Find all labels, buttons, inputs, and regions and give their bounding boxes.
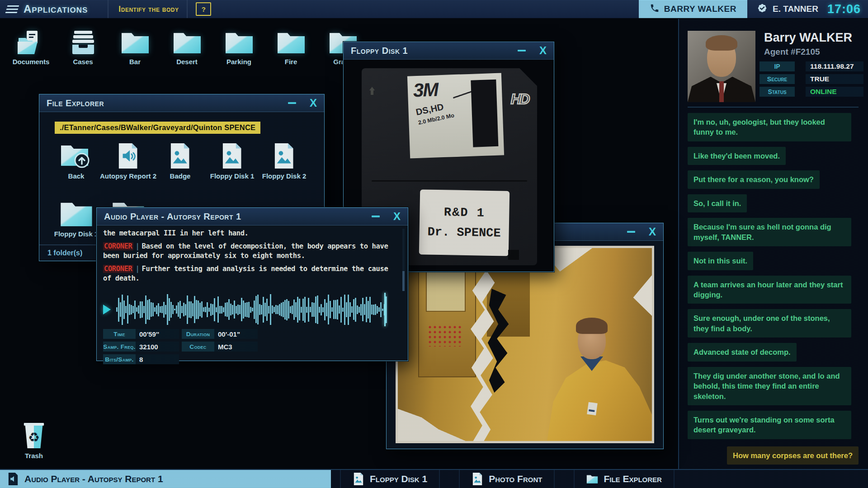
desktop-icon-fire[interactable]: Fire	[271, 27, 311, 66]
folder-up-icon	[60, 141, 93, 169]
folder-icon	[277, 27, 306, 55]
field-label: Samp. Freq.	[103, 342, 136, 352]
file-image-icon	[273, 141, 295, 169]
contact-name: Barry WALKER	[764, 31, 852, 45]
audio-field: Time 00'59''	[103, 329, 179, 339]
minimize-button[interactable]	[518, 50, 526, 52]
explorer-item[interactable]: Badge	[157, 141, 203, 180]
floppy-disk-titlebar[interactable]: Floppy Disk 1 X	[344, 42, 554, 60]
icon-label: Desert	[176, 58, 198, 66]
info-value: ONLINE	[806, 87, 863, 97]
desktop-icon-parking[interactable]: Parking	[219, 27, 259, 66]
field-label: Bits/Samp.	[103, 354, 136, 364]
agent-tab[interactable]: E. Tanner	[747, 2, 827, 16]
transcript-line: the metacarpal III in her left hand.	[103, 229, 396, 238]
file-audio-icon	[117, 141, 139, 169]
close-icon[interactable]: X	[539, 45, 547, 56]
menu-icon[interactable]	[5, 5, 19, 13]
info-row: IP 118.111.98.27	[760, 61, 863, 71]
chat-message: So, I call it in.	[688, 194, 747, 212]
explorer-item[interactable]: Back	[53, 141, 99, 180]
explorer-item[interactable]: Floppy Disk 2	[261, 141, 307, 180]
chat-message: Put there for a reason, you know?	[688, 170, 820, 188]
desktop-icon-bar[interactable]: Bar	[115, 27, 155, 66]
photo-man-head	[578, 321, 606, 359]
taskbar-item-floppy-disk-1[interactable]: Floppy Disk 1	[340, 470, 440, 488]
minimize-button[interactable]	[372, 216, 380, 217]
field-label: Duration	[182, 329, 214, 339]
taskbar-label: File Explorer	[604, 474, 662, 484]
icon-label: Floppy Disk 1	[210, 172, 255, 180]
disk-brand: 3M	[413, 79, 438, 101]
minimize-button[interactable]	[288, 102, 296, 104]
desktop-icon-desert[interactable]: Desert	[167, 27, 207, 66]
field-value: 00'-01"	[214, 329, 258, 339]
transcript-line: CORONER|Further testing and analysis is …	[103, 264, 396, 283]
audio-field: Codec MC3	[182, 342, 258, 352]
hd-logo: HD	[511, 91, 528, 108]
taskbar-item-audio-player-autopsy-report-1[interactable]: Audio Player - Autopsy Report 1	[0, 470, 331, 488]
disk-groove	[372, 180, 527, 182]
chat-messages: I'm no, uh, geologist, but they looked f…	[688, 113, 859, 470]
playhead[interactable]	[384, 293, 386, 326]
audio-player-titlebar[interactable]: Audio Player - Autopsy Report 1 X	[97, 208, 408, 225]
chat-message: They dig under another stone, and lo and…	[688, 367, 851, 405]
taskbar-item-file-explorer[interactable]: File Explorer	[574, 470, 675, 488]
player-reply[interactable]: How many corpses are out there?	[727, 446, 859, 465]
explorer-item[interactable]: Autopsy Report 2	[105, 141, 151, 180]
waveform-bars[interactable]	[116, 292, 401, 327]
close-icon[interactable]: X	[393, 211, 401, 222]
disk-brand-label: 3M DS,HD 2.0 Mb/2.0 Mo	[407, 73, 504, 158]
transcript-scrollbar[interactable]	[402, 229, 405, 291]
field-value: 00'59''	[136, 329, 179, 339]
explorer-item[interactable]: Floppy Disk 1	[209, 141, 255, 180]
chat-message: Like they'd been moved.	[688, 147, 786, 165]
close-icon[interactable]: X	[649, 226, 656, 237]
close-icon[interactable]: X	[310, 98, 317, 108]
field-label: Codec	[182, 342, 214, 352]
icon-label: Bar	[129, 58, 141, 66]
photo-name-tag	[587, 402, 598, 416]
file-explorer-titlebar[interactable]: File Explorer X	[39, 94, 324, 112]
avatar	[688, 31, 755, 102]
chat-message: I'm no, uh, geologist, but they looked f…	[688, 113, 851, 141]
window-title: Floppy Disk 1	[351, 46, 408, 56]
avatar-head	[707, 38, 736, 77]
icon-label: Cases	[73, 58, 93, 66]
file-image-icon	[221, 141, 243, 169]
disk-written-label: R&D 1 Dr. SPENCE	[419, 189, 509, 256]
call-tab[interactable]: Barry Walker	[639, 0, 747, 18]
trash[interactable]: ♻ Trash	[14, 422, 54, 460]
applications-menu[interactable]: Applications	[24, 3, 88, 15]
field-value: 8	[136, 354, 179, 364]
info-row: Status ONLINE	[760, 87, 863, 97]
desktop-icon-cases[interactable]: Cases	[63, 27, 103, 66]
taskbar-item-photo-front[interactable]: Photo Front	[459, 470, 555, 488]
field-label: Time	[103, 329, 136, 339]
folder-icon	[60, 199, 93, 227]
explorer-item[interactable]: Floppy Disk 1	[53, 199, 99, 238]
top-bar: Applications Identify the body ? Barry W…	[0, 0, 868, 19]
desktop-icon-documents[interactable]: Documents	[11, 27, 51, 66]
help-button[interactable]: ?	[196, 2, 211, 16]
transcript: the metacarpal III in her left hand. COR…	[103, 229, 396, 287]
explorer-row-1: Back Autopsy Report 2 Badge Floppy Disk …	[53, 141, 307, 180]
play-button[interactable]	[103, 305, 111, 314]
transcript-separator: |	[133, 242, 142, 250]
objective-label: Identify the body	[118, 5, 179, 14]
chat-message: Not in this suit.	[688, 252, 753, 270]
chat-message: Because I'm sure as hell not gonna dig m…	[688, 218, 851, 246]
audio-field: Duration 00'-01"	[182, 329, 258, 339]
info-label: Status	[760, 87, 795, 97]
avatar-tie	[719, 81, 724, 102]
folder-icon	[173, 27, 202, 55]
minimize-button[interactable]	[627, 231, 635, 233]
disk-shutter	[471, 80, 498, 147]
transcript-text: Based on the level of decomposition, the…	[103, 242, 388, 259]
chat-message: A team arrives an hour later and they st…	[688, 276, 851, 304]
clock: 17:06	[827, 2, 868, 16]
icon-label: Badge	[170, 172, 191, 180]
folder-icon	[225, 27, 254, 55]
field-value: 32100	[136, 342, 179, 352]
transcript-text: the metacarpal III in her left hand.	[103, 229, 249, 237]
